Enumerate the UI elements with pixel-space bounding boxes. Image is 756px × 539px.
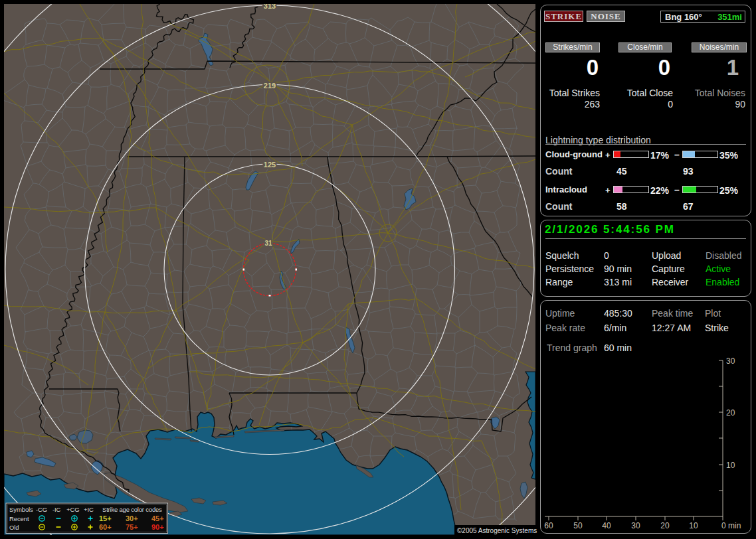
svg-text:Recent: Recent [9,515,29,522]
svg-text:60+: 60+ [99,523,112,531]
svg-text:Strike age color codes: Strike age color codes [102,506,162,513]
svg-text:20: 20 [726,408,735,418]
svg-text:Old: Old [9,524,19,531]
svg-text:60: 60 [544,521,553,530]
svg-text:+CG: +CG [66,506,80,513]
svg-text:30: 30 [631,521,640,530]
svg-text:45+: 45+ [151,514,164,522]
svg-text:219: 219 [264,82,276,90]
svg-text:0 min: 0 min [721,521,741,530]
svg-text:75+: 75+ [126,523,138,531]
svg-text:10: 10 [689,521,698,530]
svg-text:10: 10 [726,461,735,470]
svg-text:+IC: +IC [84,506,94,513]
svg-text:31: 31 [264,240,272,247]
svg-text:©2005 Astrogenic Systems: ©2005 Astrogenic Systems [457,527,537,534]
svg-text:20: 20 [660,521,670,530]
svg-text:30: 30 [726,356,735,366]
svg-text:50: 50 [573,521,583,530]
svg-text:90+: 90+ [151,523,164,531]
svg-text:40: 40 [602,521,611,530]
svg-text:15+: 15+ [99,514,112,522]
svg-text:-IC: -IC [52,506,61,513]
svg-text:-CG: -CG [36,506,47,513]
svg-text:Symbols: Symbols [9,506,33,513]
svg-text:125: 125 [264,161,276,169]
svg-text:313: 313 [264,2,276,10]
svg-text:30+: 30+ [126,514,138,522]
